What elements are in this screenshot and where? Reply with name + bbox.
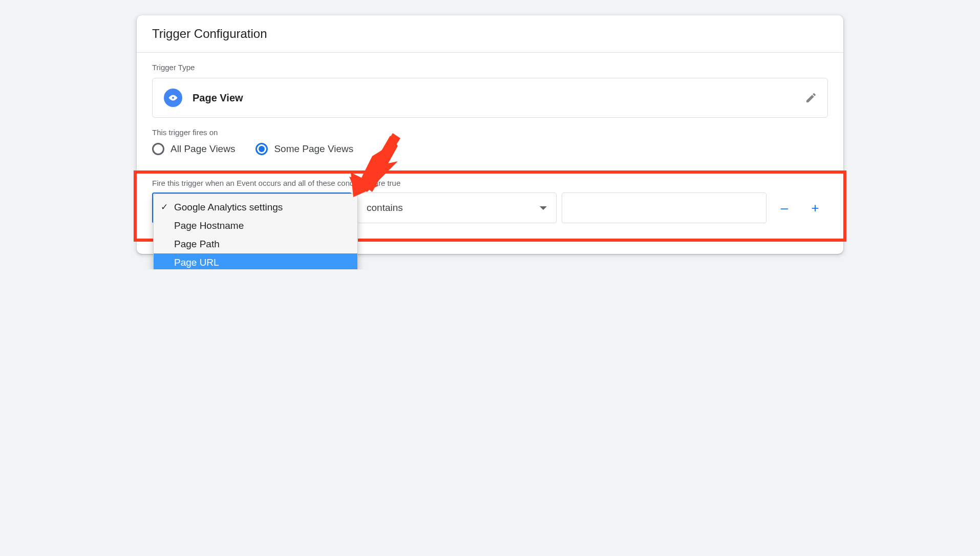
- trigger-type-label: Trigger Type: [152, 63, 828, 72]
- fires-on-section: This trigger fires on All Page Views Som…: [137, 118, 843, 155]
- condition-value-input[interactable]: [562, 193, 766, 223]
- radio-off-icon: [152, 143, 164, 155]
- minus-icon: –: [781, 200, 788, 216]
- dropdown-item[interactable]: Page Path: [154, 235, 357, 253]
- fires-on-label: This trigger fires on: [152, 128, 828, 137]
- trigger-type-name: Page View: [193, 92, 243, 104]
- eye-icon: [164, 89, 182, 107]
- plus-icon: +: [811, 200, 819, 216]
- trigger-config-card: Trigger Configuration Trigger Type: [137, 15, 843, 254]
- radio-group: All Page Views Some Page Views: [152, 143, 828, 155]
- dropdown-item[interactable]: Google Analytics settings: [154, 198, 357, 217]
- trigger-type-box[interactable]: Page View: [152, 78, 828, 118]
- operator-value: contains: [367, 202, 403, 213]
- operator-select[interactable]: contains: [357, 193, 557, 223]
- radio-all-page-views[interactable]: All Page Views: [152, 143, 235, 155]
- radio-some-label: Some Page Views: [274, 143, 353, 155]
- add-condition-button[interactable]: +: [802, 193, 828, 223]
- card-title: Trigger Configuration: [152, 27, 828, 41]
- dropdown-item[interactable]: Page URL: [154, 253, 357, 269]
- edit-pencil-icon[interactable]: [804, 91, 818, 105]
- dropdown-item[interactable]: Page Hostname: [154, 217, 357, 235]
- radio-all-label: All Page Views: [171, 143, 235, 155]
- variable-select[interactable]: Google Analytics settingsPage HostnamePa…: [152, 193, 352, 223]
- radio-some-page-views[interactable]: Some Page Views: [255, 143, 353, 155]
- remove-condition-button[interactable]: –: [772, 193, 797, 223]
- conditions-label: Fire this trigger when an Event occurs a…: [152, 179, 828, 187]
- chevron-down-icon: [540, 206, 547, 210]
- conditions-highlight-box: Fire this trigger when an Event occurs a…: [134, 170, 846, 242]
- condition-row: Google Analytics settingsPage HostnamePa…: [152, 193, 828, 223]
- svg-point-4: [172, 96, 175, 99]
- radio-on-icon: [255, 143, 268, 155]
- trigger-type-section: Trigger Type Page View: [137, 53, 843, 118]
- card-header: Trigger Configuration: [137, 15, 843, 53]
- variable-dropdown-menu: Google Analytics settingsPage HostnamePa…: [153, 194, 358, 269]
